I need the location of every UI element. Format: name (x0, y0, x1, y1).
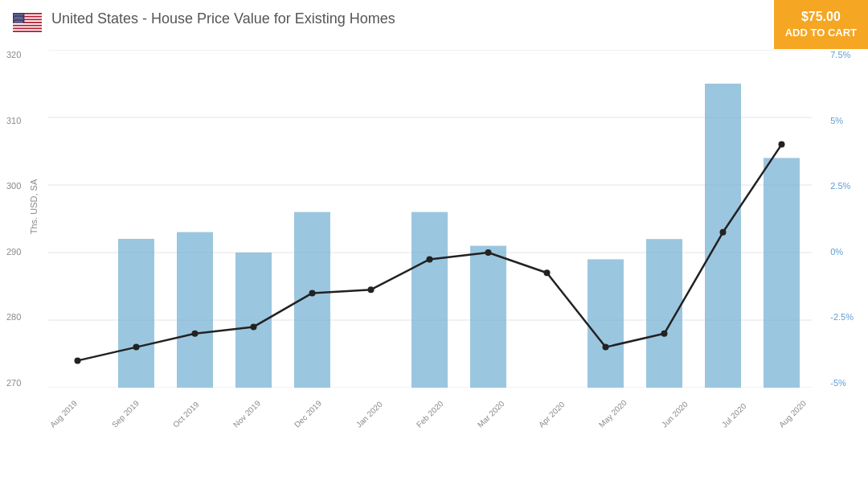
dot-oct2019 (192, 331, 199, 337)
dot-jan2020 (368, 286, 375, 293)
x-dec2019: Dec 2019 (293, 399, 323, 429)
svg-rect-4 (13, 23, 42, 25)
bar-aug2020 (764, 158, 800, 388)
header: ★★★★★★ ★★★★★ ★★★★★★ ★★★★★ ★★★★★★ United … (0, 0, 868, 42)
dot-may2020 (603, 344, 609, 351)
y-right-5: 5% (830, 116, 843, 125)
y-right-n2.5: -2.5% (830, 312, 854, 322)
y-axis-right: 7.5% 5% 2.5% 0% -2.5% -5% (830, 50, 854, 388)
page-title: United States - House Price Value for Ex… (51, 10, 395, 28)
x-oct2019: Oct 2019 (171, 400, 200, 429)
dot-apr2020 (544, 269, 551, 276)
x-jan2020: Jan 2020 (354, 400, 384, 429)
bar-mar2020 (470, 246, 506, 388)
dot-sep2019 (133, 344, 140, 351)
svg-rect-6 (13, 29, 42, 31)
x-apr2020: Apr 2020 (537, 400, 566, 429)
dot-aug2019 (75, 357, 81, 364)
x-aug2020: Aug 2020 (777, 399, 808, 429)
x-nov2019: Nov 2019 (231, 399, 262, 429)
y-right-0: 0% (830, 247, 843, 257)
bar-may2020 (588, 259, 624, 388)
dot-aug2020 (779, 142, 785, 148)
y-label-300: 300 (6, 181, 21, 191)
x-mar2020: Mar 2020 (476, 399, 506, 429)
bar-sep2019 (118, 239, 154, 388)
y-label-290: 290 (6, 247, 21, 257)
x-feb2020: Feb 2020 (415, 399, 445, 429)
x-axis: Aug 2019 Sep 2019 Oct 2019 Nov 2019 Dec … (48, 423, 812, 432)
add-to-cart-label: ADD TO CART (785, 26, 857, 40)
bar-jul2020 (705, 84, 741, 388)
y-right-7.5: 7.5% (830, 50, 850, 60)
chart-inner: 320 310 300 290 280 270 Ths. USD, SA 7.5… (48, 50, 812, 388)
x-aug2019: Aug 2019 (48, 399, 79, 429)
y-label-310: 310 (6, 116, 21, 125)
x-jun2020: Jun 2020 (660, 400, 690, 429)
bar-oct2019 (177, 232, 213, 388)
x-jul2020: Jul 2020 (720, 401, 748, 429)
y-label-280: 280 (6, 312, 21, 322)
y-axis-left: 320 310 300 290 280 270 (6, 50, 21, 388)
dot-feb2020 (427, 256, 433, 262)
y-axis-label: Ths. USD, SA (29, 179, 39, 234)
price-label: $75.00 (785, 8, 857, 26)
y-label-320: 320 (6, 50, 21, 60)
dot-dec2019 (309, 290, 316, 296)
y-label-270: 270 (6, 378, 21, 388)
dot-nov2019 (251, 323, 257, 330)
chart-svg (48, 50, 812, 388)
svg-rect-5 (13, 27, 42, 28)
y-right-n5: -5% (830, 378, 846, 388)
x-may2020: May 2020 (597, 398, 628, 429)
chart-container: 320 310 300 290 280 270 Ths. USD, SA 7.5… (0, 42, 868, 444)
y-right-2.5: 2.5% (830, 181, 850, 191)
dot-jul2020 (720, 229, 727, 236)
dot-jun2020 (661, 331, 668, 337)
x-sep2019: Sep 2019 (110, 399, 141, 429)
us-flag: ★★★★★★ ★★★★★ ★★★★★★ ★★★★★ ★★★★★★ (13, 13, 42, 32)
bar-feb2020 (411, 212, 448, 388)
dot-mar2020 (485, 249, 492, 256)
